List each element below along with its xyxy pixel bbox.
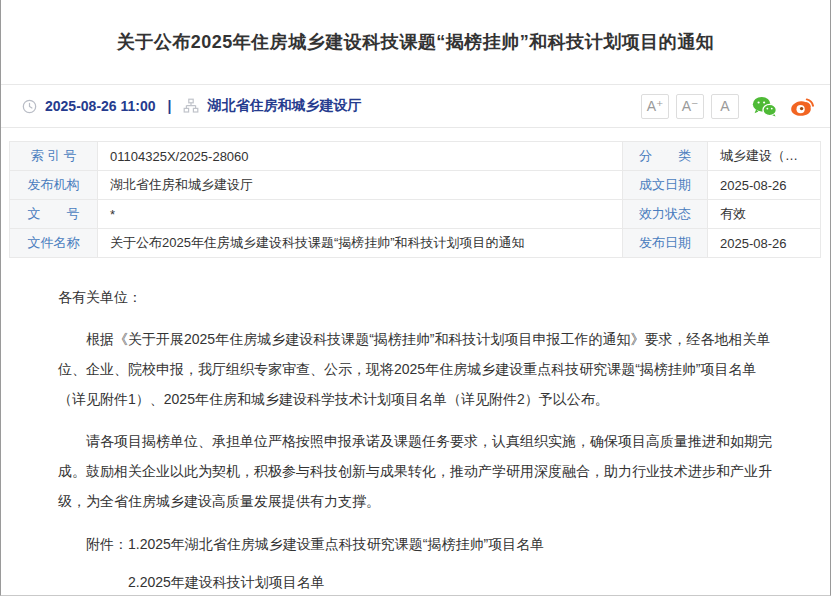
info-label-doc-number: 文 号 [10,200,98,229]
font-decrease-button[interactable]: A⁻ [676,94,704,119]
info-label-doc-title: 文件名称 [10,229,98,258]
source-org-link[interactable]: 湖北省住房和城乡建设厅 [207,97,361,115]
table-row: 文 号 * 效力状态 有效 [10,200,821,229]
info-label-publish-date: 发布日期 [623,229,708,258]
paragraph-1: 根据《关于开展2025年住房城乡建设科技课题“揭榜挂帅”和科技计划项目申报工作的… [58,324,773,414]
font-increase-button[interactable]: A⁺ [641,94,669,119]
info-value-publish-date: 2025-08-26 [708,229,821,258]
info-label-publisher: 发布机构 [10,171,98,200]
greeting-line: 各有关单位： [58,282,773,312]
attachment-line-1: 附件：1.2025年湖北省住房城乡建设重点科技研究课题“揭榜挂帅”项目名单 [58,529,773,559]
paragraph-2: 请各项目揭榜单位、承担单位严格按照申报承诺及课题任务要求，认真组织实施，确保项目… [58,426,773,516]
table-row: 文件名称 关于公布2025年住房城乡建设科技课题“揭榜挂帅”和科技计划项目的通知… [10,229,821,258]
info-value-validity: 有效 [708,200,821,229]
table-row: 发布机构 湖北省住房和城乡建设厅 成文日期 2025-08-26 [10,171,821,200]
info-value-category: 城乡建设（含住房） [708,142,821,171]
info-label-index: 索 引 号 [10,142,98,171]
font-reset-button[interactable]: A [711,94,739,119]
meta-info: 2025-08-26 11:00 | 湖北省住房和城乡建设厅 [22,97,361,115]
clock-icon [22,99,37,114]
meta-actions: A⁺ A⁻ A [641,94,816,119]
info-value-doc-number: * [98,200,623,229]
info-label-issue-date: 成文日期 [623,171,708,200]
sitemap-icon [183,98,199,114]
info-value-index: 01104325X/2025-28060 [98,142,623,171]
doc-header: 关于公布2025年住房城乡建设科技课题“揭榜挂帅”和科技计划项目的通知 [1,0,830,85]
meta-bar: 2025-08-26 11:00 | 湖北省住房和城乡建设厅 A⁺ A⁻ A [1,85,830,128]
notice-page: 关于公布2025年住房城乡建设科技课题“揭榜挂帅”和科技计划项目的通知 2025… [0,0,831,596]
info-value-publisher: 湖北省住房和城乡建设厅 [98,171,623,200]
document-info-table: 索 引 号 01104325X/2025-28060 分 类 城乡建设（含住房）… [9,141,821,258]
meta-separator: | [164,98,176,114]
info-value-doc-title: 关于公布2025年住房城乡建设科技课题“揭榜挂帅”和科技计划项目的通知 [98,229,623,258]
attachment-line-2: 2.2025年建设科技计划项目名单 [58,567,773,596]
article-body: 各有关单位： 根据《关于开展2025年住房城乡建设科技课题“揭榜挂帅”和科技计划… [1,258,830,596]
table-row: 索 引 号 01104325X/2025-28060 分 类 城乡建设（含住房） [10,142,821,171]
wechat-share-icon[interactable] [752,96,777,117]
info-table-wrap: 索 引 号 01104325X/2025-28060 分 类 城乡建设（含住房）… [1,128,830,258]
info-label-category: 分 类 [623,142,708,171]
publish-datetime: 2025-08-26 11:00 [45,98,156,114]
weibo-share-icon[interactable] [790,96,816,117]
info-label-validity: 效力状态 [623,200,708,229]
info-value-issue-date: 2025-08-26 [708,171,821,200]
page-title: 关于公布2025年住房城乡建设科技课题“揭榜挂帅”和科技计划项目的通知 [117,30,715,54]
